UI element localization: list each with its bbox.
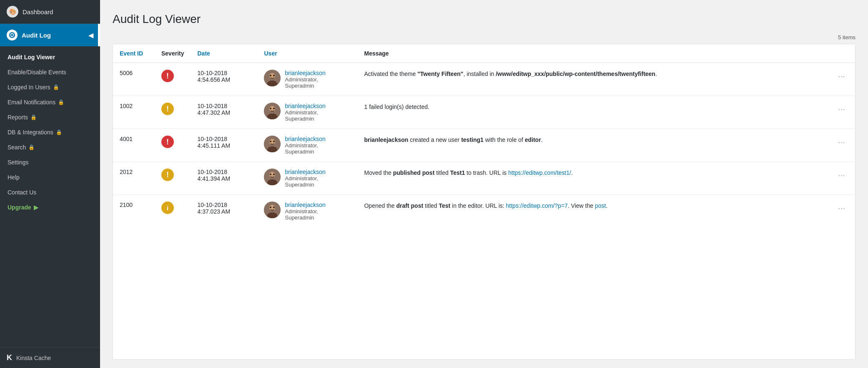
user-role2: Superadmin	[285, 116, 325, 122]
row-action-button[interactable]: ···	[835, 136, 848, 149]
sidebar-item-audit-log-viewer[interactable]: Audit Log Viewer	[0, 50, 100, 65]
time-value: 4:47.302 AM	[197, 109, 251, 116]
severity-cell: i	[155, 195, 191, 228]
items-count: 5 items	[113, 34, 855, 40]
logged-in-users-label: Logged In Users	[8, 84, 50, 91]
avatar	[264, 70, 281, 86]
help-label: Help	[8, 174, 20, 181]
table-row: 1002 ! 10-10-2018 4:47.302 AM brianleeja…	[113, 96, 855, 129]
date-cell: 10-10-2018 4:45.111 AM	[191, 129, 257, 162]
message-cell: Opened the draft post titled Test in the…	[357, 195, 828, 228]
sidebar-item-settings[interactable]: Settings	[0, 155, 100, 170]
row-action-button[interactable]: ···	[835, 70, 848, 83]
avatar	[264, 169, 281, 185]
row-action-button[interactable]: ···	[835, 169, 848, 181]
event-id-value: 5006	[120, 70, 133, 76]
table-body: 5006 ! 10-10-2018 4:54.656 AM brianleeja…	[113, 63, 855, 228]
sidebar-item-help[interactable]: Help	[0, 170, 100, 185]
sidebar-item-reports[interactable]: Reports 🔒	[0, 110, 100, 125]
user-role: Administrator,	[285, 76, 325, 83]
action-cell: ···	[828, 63, 855, 96]
event-id-value: 2100	[120, 202, 133, 208]
event-id-value: 4001	[120, 136, 133, 142]
audit-log-arrow: ◀	[88, 31, 93, 39]
col-header-severity: Severity	[155, 44, 191, 63]
date-cell: 10-10-2018 4:47.302 AM	[191, 96, 257, 129]
user-cell: brianleejackson Administrator, Superadmi…	[257, 162, 357, 195]
date-cell: 10-10-2018 4:41.394 AM	[191, 162, 257, 195]
sidebar-item-logged-in-users[interactable]: Logged In Users 🔒	[0, 80, 100, 95]
lock-icon-3: 🔒	[30, 114, 37, 120]
event-id-cell: 2012	[113, 162, 155, 195]
upgrade-arrow: ▶	[34, 204, 38, 211]
username[interactable]: brianleejackson	[285, 136, 325, 142]
message-cell: 1 failed login(s) detected.	[357, 96, 828, 129]
user-role2: Superadmin	[285, 214, 325, 221]
audit-log-viewer-label: Audit Log Viewer	[8, 54, 55, 60]
svg-point-10	[270, 108, 271, 109]
sidebar-footer[interactable]: K Kinsta Cache	[0, 347, 100, 368]
avatar	[264, 103, 281, 119]
avatar	[264, 202, 281, 218]
table-row: 2012 ! 10-10-2018 4:41.394 AM brianleeja…	[113, 162, 855, 195]
dashboard-icon: 🎨	[7, 6, 18, 18]
audit-log-table: Event ID Severity Date User Message	[113, 44, 855, 227]
audit-log-icon	[7, 30, 18, 40]
col-header-date[interactable]: Date	[191, 44, 257, 63]
message-cell: Activated the theme "Twenty Fifteen", in…	[357, 63, 828, 96]
user-role2: Superadmin	[285, 83, 325, 89]
username[interactable]: brianleejackson	[285, 70, 325, 76]
username[interactable]: brianleejackson	[285, 169, 325, 175]
col-header-user[interactable]: User	[257, 44, 357, 63]
severity-cell: !	[155, 162, 191, 195]
sidebar-nav: Audit Log Viewer Enable/Disable Events L…	[0, 46, 100, 218]
search-label: Search	[8, 144, 26, 151]
col-header-message: Message	[357, 44, 828, 63]
sidebar-item-upgrade[interactable]: Upgrade ▶	[0, 200, 100, 215]
user-cell: brianleejackson Administrator, Superadmi…	[257, 129, 357, 162]
sidebar-dashboard-item[interactable]: 🎨 Dashboard	[0, 0, 100, 24]
user-role: Administrator,	[285, 208, 325, 214]
user-role: Administrator,	[285, 175, 325, 181]
user-cell: brianleejackson Administrator, Superadmi…	[257, 96, 357, 129]
row-action-button[interactable]: ···	[835, 202, 848, 214]
time-value: 4:41.394 AM	[197, 175, 251, 182]
svg-point-11	[273, 108, 275, 109]
svg-point-20	[270, 174, 271, 175]
avatar	[264, 136, 281, 152]
svg-point-6	[273, 75, 275, 76]
message-cell: brianleejackson created a new user testi…	[357, 129, 828, 162]
reports-label: Reports	[8, 114, 28, 121]
sidebar-item-enable-disable-events[interactable]: Enable/Disable Events	[0, 65, 100, 80]
kinsta-k-logo: K	[7, 353, 12, 362]
sidebar-item-search[interactable]: Search 🔒	[0, 140, 100, 155]
username[interactable]: brianleejackson	[285, 202, 325, 208]
time-value: 4:37.023 AM	[197, 208, 251, 215]
audit-log-table-wrapper: Event ID Severity Date User Message	[113, 44, 855, 360]
username[interactable]: brianleejackson	[285, 103, 325, 109]
severity-cell: !	[155, 129, 191, 162]
col-header-event-id[interactable]: Event ID	[113, 44, 155, 63]
date-value: 10-10-2018	[197, 202, 251, 208]
severity-critical-icon: !	[161, 136, 174, 148]
sidebar-item-contact-us[interactable]: Contact Us	[0, 185, 100, 200]
event-id-value: 2012	[120, 169, 133, 175]
user-cell: brianleejackson Administrator, Superadmi…	[257, 195, 357, 228]
user-role2: Superadmin	[285, 181, 325, 188]
sidebar-audit-log-item[interactable]: Audit Log ◀	[0, 24, 100, 46]
severity-warning-icon: !	[161, 169, 174, 181]
email-notifications-label: Email Notifications	[8, 99, 55, 106]
sidebar-item-db-integrations[interactable]: DB & Integrations 🔒	[0, 125, 100, 140]
time-value: 4:54.656 AM	[197, 76, 251, 83]
action-cell: ···	[828, 129, 855, 162]
lock-icon-2: 🔒	[58, 99, 64, 105]
user-cell: brianleejackson Administrator, Superadmi…	[257, 63, 357, 96]
row-action-button[interactable]: ···	[835, 103, 848, 116]
db-integrations-label: DB & Integrations	[8, 129, 53, 136]
enable-disable-label: Enable/Disable Events	[8, 69, 66, 76]
upgrade-label: Upgrade	[8, 204, 31, 211]
sidebar-item-email-notifications[interactable]: Email Notifications 🔒	[0, 95, 100, 110]
message-cell: Moved the published post titled Test1 to…	[357, 162, 828, 195]
settings-label: Settings	[8, 159, 29, 166]
date-value: 10-10-2018	[197, 136, 251, 142]
